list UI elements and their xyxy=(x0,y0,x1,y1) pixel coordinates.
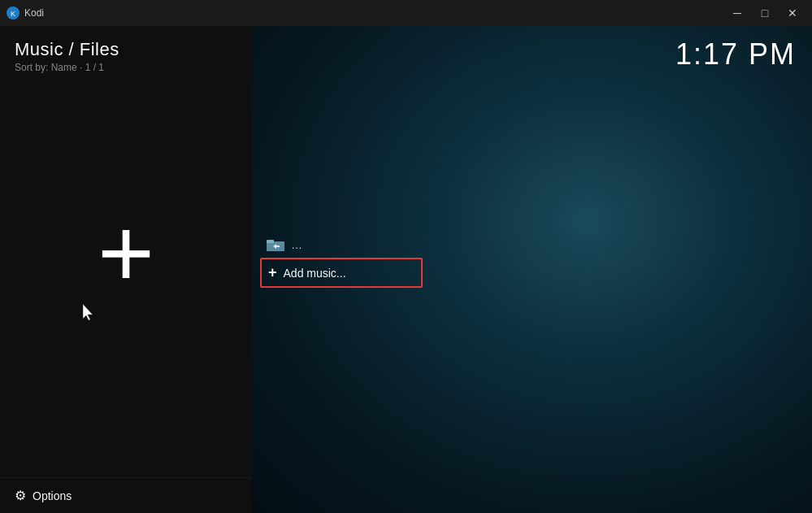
sidebar: Music / Files Sort by: Name · 1 / 1 + ⚙ … xyxy=(0,26,252,513)
close-button[interactable]: ✕ xyxy=(779,3,805,23)
titlebar: K Kodi ─ □ ✕ xyxy=(0,0,812,26)
svg-text:K: K xyxy=(11,10,15,18)
titlebar-controls: ─ □ ✕ xyxy=(724,3,805,23)
sidebar-header: Music / Files Sort by: Name · 1 / 1 xyxy=(0,26,252,76)
sidebar-footer[interactable]: ⚙ Options xyxy=(0,477,252,513)
mouse-cursor-icon xyxy=(81,302,98,322)
options-label: Options xyxy=(33,489,72,502)
add-plus-icon: + xyxy=(98,204,154,302)
titlebar-title-text: Kodi xyxy=(24,7,44,19)
titlebar-left: K Kodi xyxy=(7,7,44,20)
add-music-item[interactable]: + Add music... xyxy=(260,258,423,288)
back-navigation-item[interactable]: … xyxy=(260,233,650,256)
content-area: 1:17 PM … + Add music... xyxy=(252,26,812,513)
add-music-plus-icon: + xyxy=(268,264,277,281)
back-navigation-text: … xyxy=(291,238,302,251)
sidebar-plus-area[interactable]: + xyxy=(0,76,252,477)
sidebar-sort-info: Sort by: Name · 1 / 1 xyxy=(15,62,237,73)
main-layout: Music / Files Sort by: Name · 1 / 1 + ⚙ … xyxy=(0,26,812,513)
kodi-logo-icon: K xyxy=(7,7,20,20)
folder-back-icon xyxy=(267,238,284,251)
time-display: 1:17 PM xyxy=(675,37,796,72)
sidebar-title: Music / Files xyxy=(15,39,237,60)
file-list: … + Add music... xyxy=(260,233,650,288)
svg-marker-2 xyxy=(83,304,93,320)
maximize-button[interactable]: □ xyxy=(752,3,778,23)
options-gear-icon: ⚙ xyxy=(15,488,26,503)
minimize-button[interactable]: ─ xyxy=(724,3,750,23)
add-music-label: Add music... xyxy=(284,267,346,280)
svg-rect-4 xyxy=(267,240,274,243)
